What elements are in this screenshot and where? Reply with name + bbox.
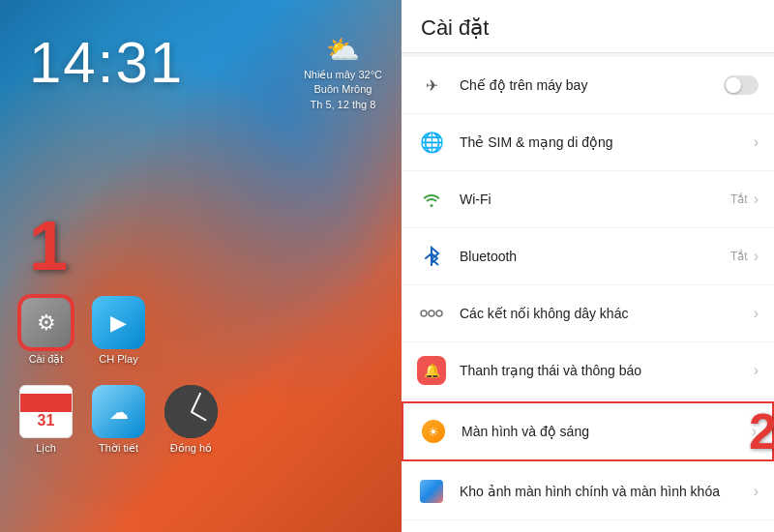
sim-icon: 🌐 <box>417 128 446 157</box>
wifi-right: Tắt › <box>730 191 759 208</box>
wifi-label: Wi-Fi <box>460 191 730 208</box>
settings-item-sound[interactable]: Âm thanh & Rung › <box>402 520 774 532</box>
airplane-toggle[interactable] <box>724 75 759 95</box>
step-badge-1: 1 <box>29 211 68 281</box>
connections-chevron: › <box>754 305 759 322</box>
weather-app-icon: ☁ <box>92 385 145 438</box>
notifications-chevron: › <box>754 362 759 379</box>
apps-row-top: ⚙ Cài đặt ▶ CH Play <box>19 296 382 366</box>
sim-right: › <box>754 133 759 151</box>
bluetooth-status: Tắt <box>730 250 748 263</box>
bluetooth-chevron: › <box>754 248 759 265</box>
weather-widget: ⛅ Nhiều mây 32°C Buôn Mrông Th 5, 12 thg… <box>304 34 382 112</box>
airplane-label: Chế độ trên máy bay <box>460 76 724 94</box>
phone-screen: 14:31 ⛅ Nhiều mây 32°C Buôn Mrông Th 5, … <box>0 0 402 532</box>
wifi-status: Tắt <box>730 192 748 206</box>
wifi-chevron: › <box>754 191 759 208</box>
settings-item-notifications[interactable]: 🔔 Thanh trạng thái và thông báo › <box>402 342 774 399</box>
notifications-label: Thanh trạng thái và thông báo <box>460 362 754 379</box>
sim-label: Thẻ SIM & mạng di động <box>460 133 754 151</box>
weather-label: Thời tiết <box>99 442 138 455</box>
display-icon: ☀ <box>419 417 448 446</box>
wallpaper-label: Kho ảnh màn hình chính và màn hình khóa <box>460 483 754 500</box>
display-chevron: › <box>752 423 757 440</box>
settings-header: Cài đặt <box>402 0 774 53</box>
app-weather[interactable]: ☁ Thời tiết <box>92 385 145 455</box>
svg-point-0 <box>421 310 427 316</box>
calendar-icon: 31 <box>19 385 73 438</box>
apps-area: ⚙ Cài đặt ▶ CH Play 31 Lịch ☁ <box>0 296 402 455</box>
airplane-icon: ✈ <box>417 71 446 100</box>
svg-point-1 <box>429 310 434 316</box>
wallpaper-icon <box>417 477 446 506</box>
weather-icon: ⛅ <box>304 34 382 66</box>
wifi-icon <box>417 185 446 214</box>
display-label: Màn hình và độ sáng <box>461 423 752 440</box>
clock-label: Đồng hồ <box>170 442 212 455</box>
settings-list: ✈ Chế độ trên máy bay 🌐 Thẻ SIM & mạng d… <box>402 57 774 532</box>
settings-panel: Cài đặt ✈ Chế độ trên máy bay 🌐 Thẻ SIM … <box>402 0 774 532</box>
chplay-icon: ▶ <box>92 296 145 349</box>
app-calendar[interactable]: 31 Lịch <box>19 385 73 455</box>
app-chplay[interactable]: ▶ CH Play <box>92 296 145 366</box>
app-clock[interactable]: Đồng hồ <box>164 385 218 455</box>
time-display: 14:31 <box>29 29 184 96</box>
app-settings[interactable]: ⚙ Cài đặt <box>19 296 73 366</box>
chplay-label: CH Play <box>99 353 137 365</box>
settings-item-sim[interactable]: 🌐 Thẻ SIM & mạng di động › <box>402 114 774 171</box>
sim-chevron: › <box>754 133 759 151</box>
notifications-icon: 🔔 <box>417 356 446 385</box>
weather-date: Th 5, 12 thg 8 <box>304 98 382 112</box>
apps-row-bottom: 31 Lịch ☁ Thời tiết Đồng hồ <box>19 385 382 455</box>
airplane-right <box>724 75 759 95</box>
notifications-right: › <box>754 362 759 379</box>
wallpaper-right: › <box>754 483 759 500</box>
settings-item-wifi[interactable]: Wi-Fi Tắt › <box>402 171 774 228</box>
clock-icon <box>164 385 218 438</box>
connections-right: › <box>754 305 759 322</box>
weather-city: Buôn Mrông <box>304 82 382 97</box>
display-right: › <box>752 423 757 440</box>
bluetooth-right: Tắt › <box>730 248 759 265</box>
settings-icon: ⚙ <box>19 296 73 349</box>
settings-item-connections[interactable]: Các kết nối không dây khác › <box>402 285 774 342</box>
connections-icon <box>417 299 446 328</box>
settings-item-airplane[interactable]: ✈ Chế độ trên máy bay <box>402 57 774 114</box>
weather-temp: Nhiều mây 32°C <box>304 68 382 82</box>
settings-label: Cài đặt <box>29 353 64 366</box>
bluetooth-label: Bluetooth <box>460 248 730 265</box>
settings-item-bluetooth[interactable]: Bluetooth Tắt › <box>402 228 774 285</box>
calendar-label: Lịch <box>36 442 56 455</box>
svg-point-2 <box>436 310 442 316</box>
bluetooth-icon <box>417 242 446 271</box>
connections-label: Các kết nối không dây khác <box>460 305 754 322</box>
settings-title: Cài đặt <box>421 15 755 41</box>
wallpaper-chevron: › <box>754 483 759 500</box>
weather-info: Nhiều mây 32°C Buôn Mrông Th 5, 12 thg 8 <box>304 68 382 112</box>
settings-item-wallpaper[interactable]: Kho ảnh màn hình chính và màn hình khóa … <box>402 463 774 520</box>
settings-item-display[interactable]: ☀ Màn hình và độ sáng › 2 <box>402 401 774 461</box>
